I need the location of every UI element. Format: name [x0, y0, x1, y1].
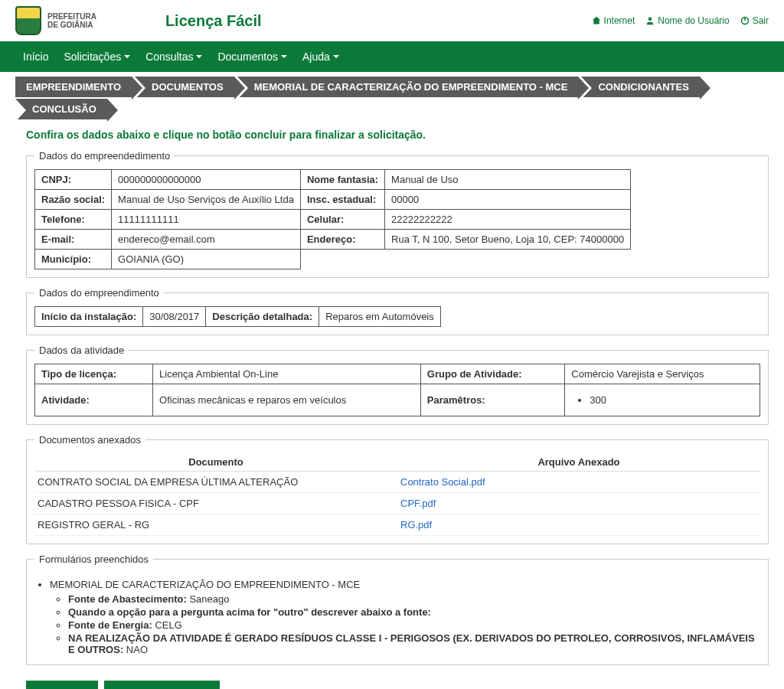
lbl-atividade: Atividade:	[35, 384, 153, 416]
nav-documentos-label: Documentos	[217, 51, 278, 63]
brand-logo: PREFEITURA DE GOIÂNIA	[15, 6, 96, 35]
lbl-descricao: Descrição detalhada:	[206, 307, 319, 327]
form-list: MEMORIAL DE CARACTERIZAÇÃO DO EMPREENDIM…	[34, 579, 760, 655]
doc-file-link[interactable]: CPF.pdf	[400, 498, 436, 509]
breadcrumb: EMPREENDIMENTO DOCUMENTOS MEMORIAL DE CA…	[0, 72, 784, 124]
crumb-condicionantes[interactable]: CONDICIONANTES	[581, 77, 699, 97]
user-icon	[645, 16, 655, 25]
nav-ajuda[interactable]: Ajuda	[295, 41, 347, 72]
nav-inicio-label: Início	[23, 51, 48, 63]
app-title: Licença Fácil	[165, 12, 262, 30]
brand-text: PREFEITURA DE GOIÂNIA	[47, 12, 96, 29]
doc-file-link[interactable]: Contrato Social.pdf	[400, 476, 485, 488]
val-inicio-inst: 30/08/2017	[143, 307, 206, 327]
excluir-button[interactable]: Excluir Solicitação	[104, 681, 220, 689]
lbl-param: Paramêtros:	[420, 384, 564, 416]
doc-name: REGISTRO GERAL - RG	[34, 514, 397, 536]
val-endereco: Rua T, N 100, Setor Bueno, Loja 10, CEP:…	[385, 230, 631, 250]
lbl-telefone: Telefone:	[35, 210, 112, 230]
table-atividade: Tipo de licença: Licença Ambiental On-Li…	[34, 364, 760, 416]
fieldset-forms: Formulários preenchidos MEMORIAL DE CARA…	[26, 553, 769, 665]
val-atividade: Oficinas mecânicas e reparos em veículos	[153, 384, 421, 416]
link-user[interactable]: Nome do Usuário	[645, 15, 729, 26]
item-label: Fonte de Abastecimento:	[68, 593, 187, 605]
val-razao: Manual de Uso Serviços de Auxílio Ltda	[112, 190, 301, 210]
list-item: Fonte de Abastecimento: Saneago	[68, 593, 760, 605]
lbl-endereco: Endereço:	[300, 230, 384, 250]
doc-name: CADASTRO PESSOA FISICA - CPF	[34, 493, 397, 514]
nav-consultas-label: Consultas	[145, 51, 193, 63]
val-descricao: Reparos em Automóveis	[319, 307, 441, 327]
legend-forms: Formulários preenchidos	[34, 553, 153, 565]
item-label: Fonte de Energia:	[68, 619, 152, 631]
item-value: NAO	[126, 644, 148, 655]
crumb-empreendimento[interactable]: EMPREENDIMENTO	[15, 77, 132, 97]
nav-inicio[interactable]: Início	[15, 41, 56, 72]
lbl-razao: Razão social:	[35, 190, 112, 210]
power-icon	[740, 16, 750, 25]
header-links: Internet Nome do Usuário Sair	[592, 15, 769, 26]
fieldset-atividade: Dados da atividade Tipo de licença: Lice…	[26, 344, 769, 425]
crumb-documentos[interactable]: DOCUMENTOS	[135, 77, 234, 97]
brand-line2: DE GOIÂNIA	[47, 21, 96, 29]
nav-solicitacoes[interactable]: Solicitações	[56, 41, 138, 72]
list-item: Quando a opção para a pergunta acima for…	[68, 606, 760, 618]
val-nome-fantasia: Manual de Uso	[385, 170, 631, 190]
concluir-button[interactable]: Concluir	[26, 681, 98, 689]
nav-ajuda-label: Ajuda	[302, 51, 330, 63]
nav-consultas[interactable]: Consultas	[138, 41, 210, 72]
legend-empreendimento2: Dados do empreendimento	[34, 287, 164, 299]
navbar: Início Solicitações Consultas Documentos…	[0, 41, 784, 72]
val-cnpj: 000000000000000	[112, 170, 301, 190]
chevron-down-icon	[196, 55, 202, 58]
val-telefone: 11111111111	[112, 210, 301, 230]
action-buttons: Concluir Excluir Solicitação	[26, 681, 769, 689]
lbl-tipo-licenca: Tipo de licença:	[35, 364, 153, 384]
legend-empreendedimento: Dados do empreendedimento	[34, 150, 175, 162]
table-empreendedimento: CNPJ: 000000000000000 Nome fantasia: Man…	[34, 169, 631, 269]
table-row: CADASTRO PESSOA FISICA - CPF CPF.pdf	[34, 493, 760, 514]
crumb-conclusao[interactable]: CONCLUSÃO	[15, 99, 107, 119]
svg-point-0	[648, 18, 652, 21]
link-user-label: Nome do Usuário	[658, 15, 729, 26]
col-file: Arquivo Anexado	[397, 453, 760, 472]
fieldset-empreendimento2: Dados do empreendimento Início da instal…	[26, 287, 769, 335]
val-email: endereco@email.com	[112, 230, 301, 250]
val-param: 300	[565, 384, 760, 416]
brand-line1: PREFEITURA	[47, 12, 96, 21]
table-empreendimento2: Início da instalação: 30/08/2017 Descriç…	[34, 306, 441, 327]
val-grupo: Comércio Varejista e Serviços	[565, 364, 760, 384]
crumb-mce[interactable]: MEMORIAL DE CARACTERIZAÇÃO DO EMPREENDIM…	[237, 77, 579, 97]
header: PREFEITURA DE GOIÂNIA Licença Fácil Inte…	[0, 0, 784, 41]
item-value: CELG	[155, 619, 181, 631]
lbl-grupo: Grupo de Atividade:	[420, 364, 564, 384]
nav-documentos[interactable]: Documentos	[210, 41, 295, 72]
shield-icon	[15, 6, 41, 35]
item-value: Saneago	[189, 593, 229, 605]
instruction-text: Confira os dados abaixo e clique no botã…	[26, 129, 769, 141]
content: Confira os dados abaixo e clique no botã…	[0, 124, 784, 689]
param-item: 300	[590, 394, 753, 406]
list-item: Fonte de Energia: CELG	[68, 619, 760, 631]
empty-cell	[300, 250, 630, 269]
item-label: Quando a opção para a pergunta acima for…	[68, 606, 431, 618]
chevron-down-icon	[281, 55, 287, 58]
item-label: NA REALIZAÇÃO DA ATIVIDADE É GERADO RESÍ…	[68, 632, 755, 655]
lbl-cnpj: CNPJ:	[35, 170, 112, 190]
val-insc: 00000	[385, 190, 631, 210]
docs-table: Documento Arquivo Anexado CONTRATO SOCIA…	[34, 453, 760, 536]
col-doc: Documento	[34, 453, 397, 472]
lbl-email: E-mail:	[35, 230, 112, 250]
legend-atividade: Dados da atividade	[34, 344, 129, 356]
chevron-down-icon	[124, 55, 130, 58]
doc-file-link[interactable]: RG.pdf	[400, 519, 432, 531]
chevron-down-icon	[333, 55, 339, 58]
fieldset-docs: Documentos anexados Documento Arquivo An…	[26, 434, 769, 544]
list-item: NA REALIZAÇÃO DA ATIVIDADE É GERADO RESÍ…	[68, 632, 760, 655]
lbl-inicio-inst: Início da instalação:	[35, 307, 143, 327]
link-internet[interactable]: Internet	[592, 15, 635, 26]
link-logout[interactable]: Sair	[740, 15, 769, 26]
table-row: CONTRATO SOCIAL DA EMPRESA ÚLTIMA ALTERA…	[34, 472, 760, 493]
lbl-insc: Insc. estadual:	[300, 190, 384, 210]
fieldset-empreendedimento: Dados do empreendedimento CNPJ: 00000000…	[26, 150, 769, 278]
